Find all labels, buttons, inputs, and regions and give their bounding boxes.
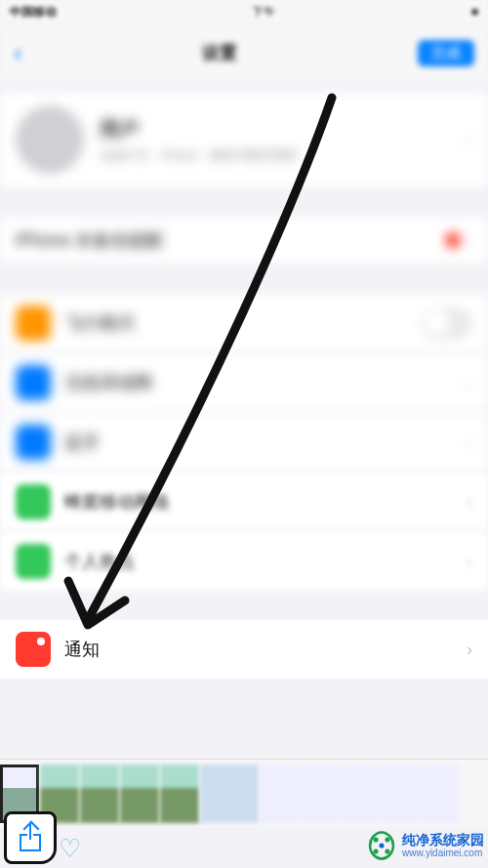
share-icon — [20, 824, 41, 851]
chevron-right-icon: › — [467, 552, 472, 572]
thumbnail-strip[interactable] — [0, 759, 488, 827]
svg-point-4 — [379, 843, 384, 847]
page-title: 设置 — [202, 41, 237, 64]
notifications-icon — [16, 632, 51, 667]
svg-point-1 — [385, 838, 389, 843]
profile-name: 用户 — [100, 116, 299, 143]
row-label: 飞行模式 — [64, 311, 422, 335]
thumbnail[interactable] — [300, 765, 339, 823]
chevron-right-icon: › — [466, 129, 472, 151]
watermark-title: 纯净系统家园 — [402, 833, 484, 847]
row-label: 蓝牙 — [64, 431, 467, 454]
chevron-right-icon: › — [467, 373, 472, 393]
row-cellular[interactable]: 蜂窝移动网络 › — [0, 473, 488, 532]
svg-point-2 — [374, 848, 379, 853]
row-wifi[interactable]: 无线局域网 › — [0, 353, 488, 413]
row-airplane-mode[interactable]: 飞行模式 — [0, 294, 488, 353]
hotspot-icon — [16, 544, 51, 579]
svg-point-0 — [374, 838, 379, 843]
profile-row[interactable]: 用户 Apple ID、iCloud、媒体与购买项目 › — [0, 92, 488, 187]
airplane-toggle[interactable] — [422, 308, 472, 339]
row-label: iPhone 未备份提醒 — [16, 228, 445, 252]
status-carrier: 中国移动 — [10, 4, 57, 21]
chevron-right-icon: › — [467, 640, 472, 660]
settings-content: 用户 Apple ID、iCloud、媒体与购买项目 › iPhone 未备份提… — [0, 92, 488, 679]
watermark-logo-icon — [365, 829, 398, 862]
status-bar: 中国移动 下午 ■ — [0, 0, 488, 23]
bluetooth-icon — [16, 425, 51, 460]
status-time: 下午 — [252, 4, 275, 21]
nav-bar: ‹ 设置 完成 — [0, 23, 488, 82]
thumbnail[interactable] — [120, 765, 159, 823]
share-button[interactable] — [4, 811, 57, 864]
favorite-button[interactable]: ♡ — [59, 834, 86, 861]
watermark: 纯净系统家园 www.yidaimei.com — [365, 829, 484, 862]
status-battery: ■ — [471, 5, 478, 19]
cellular-icon — [16, 484, 51, 519]
svg-point-3 — [385, 848, 389, 853]
thumbnail[interactable] — [420, 765, 459, 823]
chevron-right-icon: › — [467, 230, 472, 251]
settings-group-main: 飞行模式 无线局域网 › 蓝牙 › 蜂窝移动网络 › 个人热点 › — [0, 294, 488, 591]
back-button[interactable]: ‹ — [14, 38, 22, 68]
profile-sub: Apple ID、iCloud、媒体与购买项目 — [100, 146, 299, 164]
row-backup-alert[interactable]: iPhone 未备份提醒 › — [0, 217, 488, 265]
watermark-url: www.yidaimei.com — [402, 847, 484, 858]
row-label: 蜂窝移动网络 — [64, 490, 467, 514]
avatar — [16, 105, 84, 174]
thumbnail[interactable] — [80, 765, 119, 823]
chevron-right-icon: › — [467, 433, 472, 453]
thumbnail[interactable] — [160, 765, 199, 823]
airplane-icon — [16, 306, 51, 341]
alert-badge-icon — [445, 232, 461, 248]
row-hotspot[interactable]: 个人热点 › — [0, 532, 488, 591]
row-label: 通知 — [64, 638, 467, 661]
thumbnail[interactable] — [380, 765, 419, 823]
done-button[interactable]: 完成 — [418, 40, 474, 66]
thumbnail[interactable] — [260, 765, 299, 823]
chevron-right-icon: › — [467, 492, 472, 513]
wifi-icon — [16, 365, 51, 400]
row-bluetooth[interactable]: 蓝牙 › — [0, 413, 488, 473]
thumbnail[interactable] — [340, 765, 379, 823]
row-notifications[interactable]: 通知 › — [0, 620, 488, 679]
row-label: 个人热点 — [64, 550, 467, 573]
thumbnail[interactable] — [200, 765, 259, 823]
row-label: 无线局域网 — [64, 371, 467, 394]
